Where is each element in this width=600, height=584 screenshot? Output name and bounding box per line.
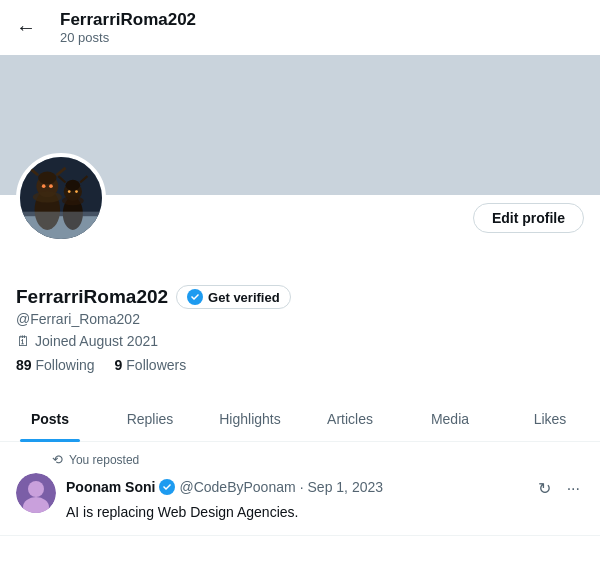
post-dot: · — [300, 479, 304, 495]
profile-display-name: FerrarriRoma202 — [16, 286, 168, 308]
profile-joined: 🗓 Joined August 2021 — [16, 333, 584, 349]
repost-label: You reposted — [69, 453, 139, 467]
get-verified-label: Get verified — [208, 290, 280, 305]
header-info: FerrarriRoma202 20 posts — [60, 10, 196, 45]
post-text: AI is replacing Web Design Agencies. — [66, 503, 584, 523]
svg-point-14 — [42, 184, 46, 188]
back-button[interactable]: ← — [16, 16, 36, 39]
followers-count: 9 — [115, 357, 123, 373]
calendar-icon: 🗓 — [16, 333, 30, 349]
svg-point-13 — [62, 196, 84, 205]
post-avatar — [16, 473, 56, 513]
profile-tabs: Posts Replies Highlights Articles Media … — [0, 397, 600, 442]
verify-icon — [187, 289, 203, 305]
profile-section: Edit profile FerrarriRoma202 Get verifie… — [0, 203, 600, 385]
repost-icon: ⟲ — [52, 452, 63, 467]
more-button[interactable]: ··· — [563, 477, 584, 500]
svg-point-12 — [33, 192, 62, 203]
tab-articles[interactable]: Articles — [300, 397, 400, 441]
post-date: Sep 1, 2023 — [308, 479, 384, 495]
profile-name-row: FerrarriRoma202 Get verified — [16, 285, 584, 309]
joined-text: Joined August 2021 — [35, 333, 158, 349]
avatar — [16, 153, 106, 243]
get-verified-button[interactable]: Get verified — [176, 285, 291, 309]
tab-posts[interactable]: Posts — [0, 397, 100, 441]
svg-point-4 — [38, 172, 56, 185]
svg-point-9 — [66, 180, 81, 191]
refresh-button[interactable]: ↻ — [534, 477, 555, 500]
followers-label-text: Followers — [126, 357, 186, 373]
post-item: ⟲ You reposted Poonam Soni @CodeByPoonam… — [0, 442, 600, 536]
svg-point-16 — [68, 190, 71, 193]
following-stat[interactable]: 89 Following — [16, 357, 95, 373]
post-author: Poonam Soni — [66, 479, 155, 495]
header: ← FerrarriRoma202 20 posts — [0, 0, 600, 55]
edit-profile-button[interactable]: Edit profile — [473, 203, 584, 233]
follow-stats: 89 Following 9 Followers — [16, 357, 584, 373]
post-verified-icon — [159, 479, 175, 495]
post-row: Poonam Soni @CodeByPoonam · Sep 1, 2023 … — [16, 473, 584, 523]
following-label-text: Following — [35, 357, 94, 373]
tab-likes[interactable]: Likes — [500, 397, 600, 441]
post-content: Poonam Soni @CodeByPoonam · Sep 1, 2023 … — [66, 473, 584, 523]
following-count: 89 — [16, 357, 32, 373]
profile-handle: @Ferrari_Roma202 — [16, 311, 584, 327]
profile-info: FerrarriRoma202 Get verified @Ferrari_Ro… — [16, 285, 584, 373]
svg-point-15 — [49, 184, 53, 188]
post-handle: @CodeByPoonam — [179, 479, 295, 495]
tab-replies[interactable]: Replies — [100, 397, 200, 441]
header-post-count: 20 posts — [60, 30, 196, 45]
tab-media[interactable]: Media — [400, 397, 500, 441]
tab-highlights[interactable]: Highlights — [200, 397, 300, 441]
header-username: FerrarriRoma202 — [60, 10, 196, 30]
repost-indicator: ⟲ You reposted — [52, 452, 584, 467]
svg-point-20 — [28, 481, 44, 497]
svg-point-17 — [75, 190, 78, 193]
post-meta: Poonam Soni @CodeByPoonam · Sep 1, 2023 … — [66, 473, 584, 500]
svg-rect-18 — [20, 212, 102, 239]
followers-stat[interactable]: 9 Followers — [115, 357, 187, 373]
